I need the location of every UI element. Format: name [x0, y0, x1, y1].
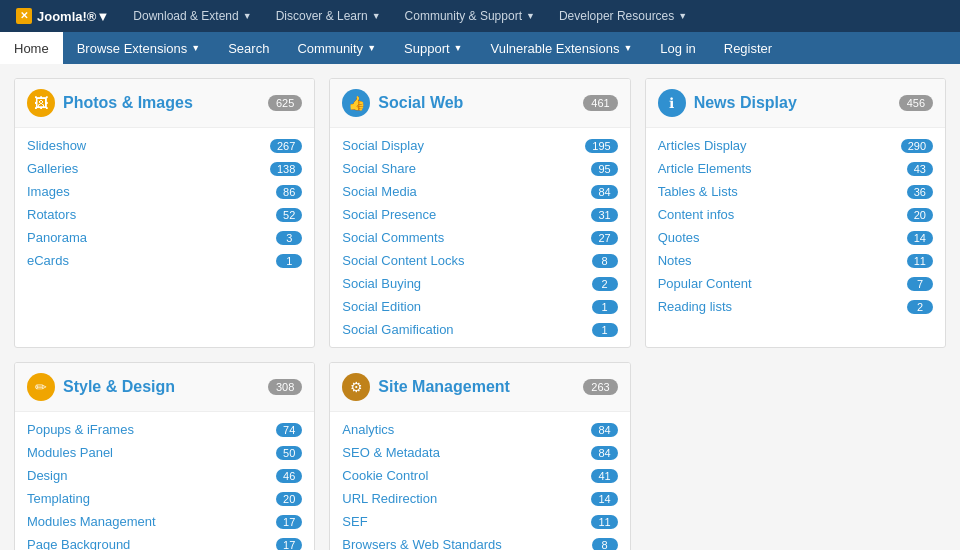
category-header-social-web: 👍Social Web461 — [330, 79, 629, 128]
logo-arrow-icon: ▼ — [96, 9, 109, 24]
news-display-item-3-count: 20 — [907, 208, 933, 222]
news-display-item-4[interactable]: Quotes — [658, 230, 700, 245]
download-arrow-icon: ▼ — [243, 11, 252, 21]
photos-images-item-4[interactable]: Panorama — [27, 230, 87, 245]
list-item: Panorama3 — [15, 226, 314, 249]
list-item: Social Content Locks8 — [330, 249, 629, 272]
social-web-item-0[interactable]: Social Display — [342, 138, 424, 153]
style-design-total-count: 308 — [268, 379, 302, 395]
category-card-style-design: ✏Style & Design308Popups & iFrames74Modu… — [14, 362, 315, 550]
list-item: Popular Content7 — [646, 272, 945, 295]
photos-images-item-1[interactable]: Galleries — [27, 161, 78, 176]
list-item: Tables & Lists36 — [646, 180, 945, 203]
site-management-item-1[interactable]: SEO & Metadata — [342, 445, 440, 460]
news-display-item-6[interactable]: Popular Content — [658, 276, 752, 291]
style-design-title: Style & Design — [63, 378, 175, 396]
news-display-item-5[interactable]: Notes — [658, 253, 692, 268]
site-management-item-4[interactable]: SEF — [342, 514, 367, 529]
social-web-item-6[interactable]: Social Buying — [342, 276, 421, 291]
news-display-item-5-count: 11 — [907, 254, 933, 268]
news-display-item-2[interactable]: Tables & Lists — [658, 184, 738, 199]
news-display-body: Articles Display290Article Elements43Tab… — [646, 128, 945, 324]
list-item: Social Edition1 — [330, 295, 629, 318]
top-nav-discover[interactable]: Discover & Learn ▼ — [264, 0, 393, 32]
social-web-item-5-count: 8 — [592, 254, 618, 268]
social-web-item-1[interactable]: Social Share — [342, 161, 416, 176]
main-nav-search[interactable]: Search — [214, 32, 283, 64]
top-nav-download[interactable]: Download & Extend ▼ — [121, 0, 263, 32]
style-design-item-2[interactable]: Design — [27, 468, 67, 483]
category-card-photos-images: 🖼Photos & Images625Slideshow267Galleries… — [14, 78, 315, 348]
news-display-item-0-count: 290 — [901, 139, 933, 153]
list-item: Templating20 — [15, 487, 314, 510]
list-item: Notes11 — [646, 249, 945, 272]
main-nav-register[interactable]: Register — [710, 32, 786, 64]
social-web-item-5[interactable]: Social Content Locks — [342, 253, 464, 268]
main-nav-home[interactable]: Home — [0, 32, 63, 64]
main-nav-login[interactable]: Log in — [646, 32, 709, 64]
style-design-item-4[interactable]: Modules Management — [27, 514, 156, 529]
category-header-news-display: ℹNews Display456 — [646, 79, 945, 128]
style-design-body: Popups & iFrames74Modules Panel50Design4… — [15, 412, 314, 550]
main-nav-browse-extensions[interactable]: Browse Extensions ▼ — [63, 32, 214, 64]
list-item: Articles Display290 — [646, 134, 945, 157]
style-design-item-3[interactable]: Templating — [27, 491, 90, 506]
category-card-news-display: ℹNews Display456Articles Display290Artic… — [645, 78, 946, 348]
social-web-title: Social Web — [378, 94, 463, 112]
style-design-item-0[interactable]: Popups & iFrames — [27, 422, 134, 437]
social-web-icon: 👍 — [342, 89, 370, 117]
social-web-item-3[interactable]: Social Presence — [342, 207, 436, 222]
news-display-item-6-count: 7 — [907, 277, 933, 291]
list-item: Images86 — [15, 180, 314, 203]
social-web-item-4[interactable]: Social Comments — [342, 230, 444, 245]
site-management-item-2[interactable]: Cookie Control — [342, 468, 428, 483]
style-design-item-5-count: 17 — [276, 538, 302, 551]
joomla-logo[interactable]: ✕ Joomla!® ▼ — [8, 0, 117, 32]
social-web-item-7-count: 1 — [592, 300, 618, 314]
top-nav-developer[interactable]: Developer Resources ▼ — [547, 0, 699, 32]
site-management-body: Analytics84SEO & Metadata84Cookie Contro… — [330, 412, 629, 550]
site-management-item-2-count: 41 — [591, 469, 617, 483]
photos-images-item-5[interactable]: eCards — [27, 253, 69, 268]
news-display-item-7-count: 2 — [907, 300, 933, 314]
list-item: Social Comments27 — [330, 226, 629, 249]
category-header-style-design: ✏Style & Design308 — [15, 363, 314, 412]
photos-images-item-1-count: 138 — [270, 162, 302, 176]
discover-arrow-icon: ▼ — [372, 11, 381, 21]
main-nav-community[interactable]: Community ▼ — [283, 32, 390, 64]
style-design-item-1[interactable]: Modules Panel — [27, 445, 113, 460]
site-management-item-5[interactable]: Browsers & Web Standards — [342, 537, 501, 550]
main-nav-vulnerable[interactable]: Vulnerable Extensions ▼ — [477, 32, 647, 64]
photos-images-item-2-count: 86 — [276, 185, 302, 199]
news-display-item-7[interactable]: Reading lists — [658, 299, 732, 314]
news-display-item-1[interactable]: Article Elements — [658, 161, 752, 176]
photos-images-item-5-count: 1 — [276, 254, 302, 268]
style-design-item-0-count: 74 — [276, 423, 302, 437]
top-navigation: ✕ Joomla!® ▼ Download & Extend ▼ Discove… — [0, 0, 960, 32]
list-item: Quotes14 — [646, 226, 945, 249]
social-web-item-2[interactable]: Social Media — [342, 184, 416, 199]
photos-images-item-0[interactable]: Slideshow — [27, 138, 86, 153]
style-design-item-4-count: 17 — [276, 515, 302, 529]
community-arrow-icon: ▼ — [526, 11, 535, 21]
photos-images-item-3[interactable]: Rotators — [27, 207, 76, 222]
news-display-item-3[interactable]: Content infos — [658, 207, 735, 222]
list-item: Design46 — [15, 464, 314, 487]
list-item: eCards1 — [15, 249, 314, 272]
top-nav-community[interactable]: Community & Support ▼ — [393, 0, 547, 32]
support-arrow-icon: ▼ — [454, 43, 463, 53]
photos-images-total-count: 625 — [268, 95, 302, 111]
site-management-item-0[interactable]: Analytics — [342, 422, 394, 437]
social-web-total-count: 461 — [583, 95, 617, 111]
news-display-item-0[interactable]: Articles Display — [658, 138, 747, 153]
social-web-item-7[interactable]: Social Edition — [342, 299, 421, 314]
list-item: Social Buying2 — [330, 272, 629, 295]
social-web-item-6-count: 2 — [592, 277, 618, 291]
site-management-item-3[interactable]: URL Redirection — [342, 491, 437, 506]
style-design-item-5[interactable]: Page Background — [27, 537, 130, 550]
category-card-social-web: 👍Social Web461Social Display195Social Sh… — [329, 78, 630, 348]
photos-images-item-2[interactable]: Images — [27, 184, 70, 199]
social-web-item-8[interactable]: Social Gamification — [342, 322, 453, 337]
news-display-item-1-count: 43 — [907, 162, 933, 176]
main-nav-support[interactable]: Support ▼ — [390, 32, 476, 64]
